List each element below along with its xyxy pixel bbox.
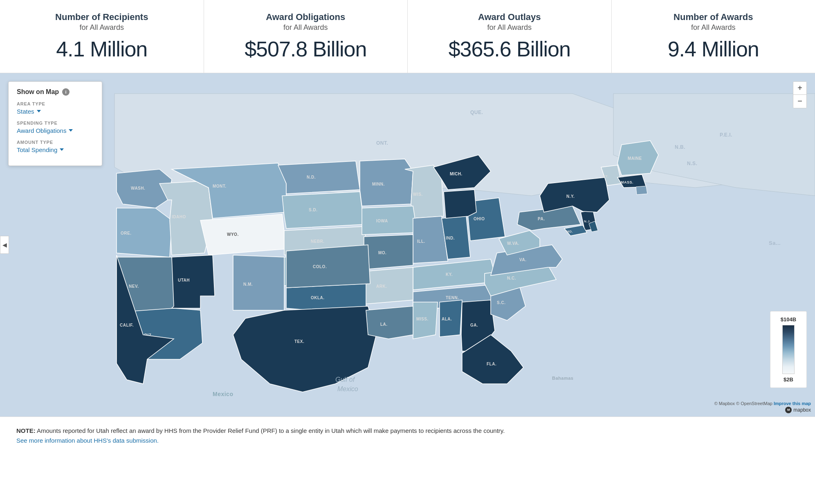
amount-type-label: AMOUNT TYPE: [17, 140, 94, 145]
note-footer: NOTE: Amounts reported for Utah reflect …: [0, 417, 815, 455]
attribution-links: © Mapbox © OpenStreetMap Improve this ma…: [714, 401, 811, 406]
legend-gradient: [782, 325, 795, 374]
map-collapse-button[interactable]: ◀: [0, 236, 9, 254]
svg-text:N.S.: N.S.: [687, 161, 697, 166]
note-link[interactable]: See more information about HHS's data su…: [16, 437, 159, 444]
svg-text:MINN.: MINN.: [372, 182, 385, 186]
svg-text:OHIO: OHIO: [474, 217, 485, 221]
stat-obligations: Award Obligations for All Awards $507.8 …: [204, 0, 408, 73]
zoom-controls: + −: [793, 81, 807, 108]
stat-outlays-subtitle: for All Awards: [424, 23, 595, 32]
svg-text:S.D.: S.D.: [309, 208, 317, 212]
stat-outlays-value: $365.6 Billion: [424, 37, 595, 61]
svg-text:MD.: MD.: [566, 230, 573, 233]
area-type-dropdown[interactable]: States: [17, 108, 94, 115]
svg-text:Mexico: Mexico: [337, 385, 358, 392]
map-container: WASH. ORE. IDAHO MONT. WYO. N.D. S.D. NE…: [0, 73, 815, 417]
svg-text:N.Y.: N.Y.: [566, 194, 575, 199]
svg-text:COLO.: COLO.: [313, 264, 327, 269]
svg-text:N.D.: N.D.: [307, 175, 316, 179]
svg-text:OKLA.: OKLA.: [311, 296, 325, 300]
svg-text:IOWA: IOWA: [376, 219, 388, 223]
area-type-chevron-icon: [37, 110, 41, 112]
svg-text:Bahamas: Bahamas: [552, 376, 573, 381]
stat-recipients-subtitle: for All Awards: [16, 23, 187, 32]
stat-outlays-title: Award Outlays: [424, 11, 595, 23]
stat-num-awards: Number of Awards for All Awards 9.4 Mill…: [612, 0, 815, 73]
svg-text:MONT.: MONT.: [213, 184, 227, 188]
stat-num-awards-value: 9.4 Million: [628, 37, 799, 61]
mapbox-logo: M mapbox: [785, 407, 811, 413]
spending-type-dropdown[interactable]: Award Obligations: [17, 127, 94, 134]
svg-text:UTAH: UTAH: [178, 278, 190, 282]
legend-top-value: $104B: [777, 316, 800, 323]
svg-text:N.M.: N.M.: [243, 282, 253, 287]
amount-type-dropdown[interactable]: Total Spending: [17, 146, 94, 153]
svg-text:KY.: KY.: [446, 272, 453, 277]
svg-text:N.B.: N.B.: [675, 144, 685, 150]
svg-text:NEBR.: NEBR.: [311, 239, 325, 244]
mapbox-copyright: © Mapbox: [714, 401, 736, 406]
svg-text:VT.: VT.: [603, 175, 608, 178]
openstreetmap-copyright: © OpenStreetMap: [736, 401, 774, 406]
improve-map-link[interactable]: Improve this map: [774, 401, 811, 406]
svg-text:TEX.: TEX.: [294, 339, 304, 344]
show-on-map-label: Show on Map i: [17, 88, 94, 96]
svg-text:WYO.: WYO.: [227, 232, 239, 237]
svg-text:IDAHO: IDAHO: [172, 215, 186, 219]
stat-outlays: Award Outlays for All Awards $365.6 Bill…: [408, 0, 612, 73]
svg-text:N.C.: N.C.: [507, 276, 516, 280]
mapbox-logo-text: mapbox: [793, 407, 811, 413]
control-panel: Show on Map i AREA TYPE States SPENDING …: [8, 81, 102, 166]
info-icon[interactable]: i: [62, 88, 70, 96]
zoom-out-button[interactable]: −: [793, 95, 806, 108]
collapse-icon: ◀: [2, 242, 7, 248]
svg-text:MASS.: MASS.: [621, 180, 633, 184]
svg-text:GA.: GA.: [470, 323, 478, 327]
svg-text:NEV.: NEV.: [129, 284, 139, 289]
svg-text:QUE.: QUE.: [470, 110, 483, 115]
stats-bar: Number of Recipients for All Awards 4.1 …: [0, 0, 815, 73]
svg-text:CALIF.: CALIF.: [120, 323, 134, 327]
stat-recipients-value: 4.1 Million: [16, 37, 187, 61]
svg-text:MAINE: MAINE: [628, 156, 642, 161]
stat-num-awards-title: Number of Awards: [628, 11, 799, 23]
svg-text:LA.: LA.: [380, 322, 388, 327]
svg-text:S.C.: S.C.: [497, 300, 505, 305]
map-attribution: © Mapbox © OpenStreetMap Improve this ma…: [714, 401, 811, 413]
zoom-in-button[interactable]: +: [793, 82, 806, 95]
svg-text:P.E.I.: P.E.I.: [720, 132, 732, 138]
area-type-value: States: [17, 108, 34, 115]
spending-type-label: SPENDING TYPE: [17, 121, 94, 125]
amount-type-value: Total Spending: [17, 146, 57, 153]
legend-bottom-value: $2B: [777, 376, 800, 383]
svg-text:ORE.: ORE.: [121, 231, 131, 235]
area-type-label: AREA TYPE: [17, 101, 94, 106]
stat-recipients-title: Number of Recipients: [16, 11, 187, 23]
amount-type-chevron-icon: [60, 148, 64, 151]
svg-text:Sa...: Sa...: [769, 240, 781, 246]
svg-text:ALA.: ALA.: [442, 317, 452, 321]
svg-text:ONT.: ONT.: [376, 140, 388, 146]
map-svg: WASH. ORE. IDAHO MONT. WYO. N.D. S.D. NE…: [0, 73, 815, 417]
svg-text:Gulf of: Gulf of: [335, 376, 355, 383]
svg-text:PA.: PA.: [538, 217, 545, 221]
note-label: NOTE:: [16, 427, 36, 434]
stat-obligations-subtitle: for All Awards: [220, 23, 391, 32]
svg-text:Mexico: Mexico: [213, 391, 233, 397]
note-text: NOTE: Amounts reported for Utah reflect …: [16, 426, 799, 436]
spending-type-value: Award Obligations: [17, 127, 66, 134]
spending-type-chevron-icon: [69, 129, 73, 132]
svg-text:TENN.: TENN.: [446, 296, 459, 300]
svg-text:MO.: MO.: [378, 251, 386, 255]
svg-text:FLA.: FLA.: [487, 362, 496, 366]
svg-text:IND.: IND.: [446, 236, 455, 240]
svg-text:N.J.: N.J.: [584, 220, 591, 223]
stat-obligations-value: $507.8 Billion: [220, 37, 391, 61]
svg-text:ILL.: ILL.: [417, 239, 425, 244]
svg-text:MICH.: MICH.: [450, 172, 463, 176]
svg-text:MISS.: MISS.: [416, 317, 429, 321]
note-body: Amounts reported for Utah reflect an awa…: [37, 427, 505, 434]
svg-text:WASH.: WASH.: [131, 186, 145, 190]
map-legend: $104B $2B: [770, 311, 807, 388]
